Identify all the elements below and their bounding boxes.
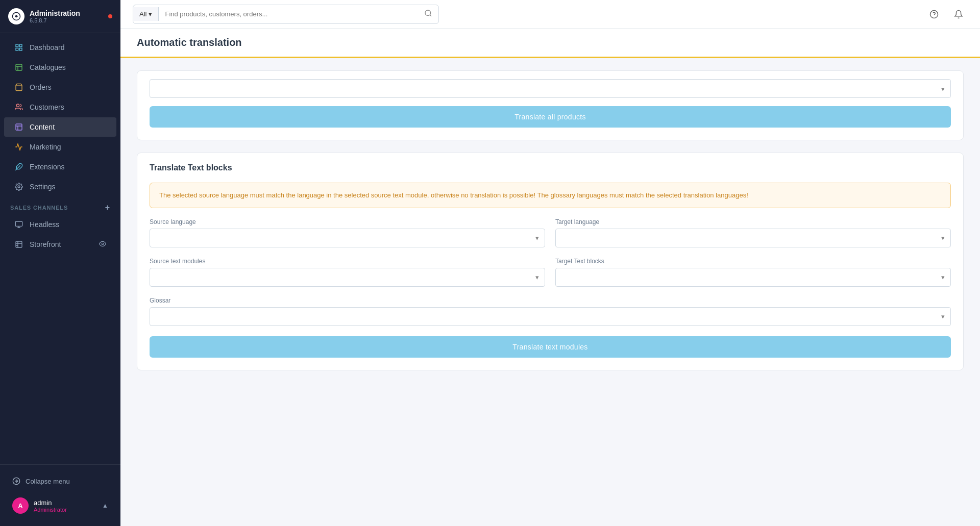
main-content: All ▾ Automatic translation <box>120 0 980 526</box>
translate-products-body: Translate all products <box>137 71 963 140</box>
glossar-row: Glossar <box>150 297 951 326</box>
user-info: admin Administrator <box>34 499 97 513</box>
target-text-blocks-group: Target Text blocks <box>555 258 951 287</box>
sidebar-item-catalogues[interactable]: Catalogues <box>4 58 116 77</box>
sales-channels-title: Sales Channels + <box>0 197 120 214</box>
search-container: All ▾ <box>133 5 439 24</box>
translate-products-card: Translate all products <box>137 70 964 140</box>
sidebar-item-headless[interactable]: Headless <box>4 215 116 234</box>
svg-point-13 <box>102 243 104 245</box>
svg-rect-1 <box>16 44 18 47</box>
warning-box: The selected source language must match … <box>150 183 951 208</box>
customers-icon <box>14 103 23 112</box>
sidebar-item-label: Storefront <box>30 240 61 248</box>
page-title: Automatic translation <box>137 37 964 48</box>
language-row: Source language Target language <box>150 218 951 247</box>
content-area: Automatic translation Translate all prod… <box>120 29 980 526</box>
sidebar-item-label: Headless <box>30 220 59 229</box>
source-text-modules-group: Source text modules <box>150 258 545 287</box>
target-language-select-wrapper <box>555 229 951 247</box>
catalogues-icon <box>14 63 23 72</box>
svg-rect-4 <box>19 48 22 51</box>
modules-row: Source text modules Target Text blocks <box>150 258 951 287</box>
glossar-group: Glossar <box>150 297 951 326</box>
sidebar-item-orders[interactable]: Orders <box>4 78 116 97</box>
glossar-select-wrapper <box>150 307 951 326</box>
sidebar-item-storefront[interactable]: Storefront <box>4 235 116 254</box>
target-text-blocks-label: Target Text blocks <box>555 258 951 265</box>
collapse-icon <box>12 477 20 485</box>
sidebar-item-label: Catalogues <box>30 63 66 71</box>
source-language-label: Source language <box>150 218 545 226</box>
user-role: Administrator <box>34 507 97 513</box>
sidebar-item-label: Orders <box>30 83 52 91</box>
sidebar-header: Administration 6.5.8.7 <box>0 0 120 33</box>
svg-point-7 <box>16 104 19 107</box>
sidebar-item-label: Dashboard <box>30 43 65 52</box>
translate-text-blocks-title: Translate Text blocks <box>150 163 951 172</box>
sidebar-item-label: Settings <box>30 183 56 191</box>
svg-rect-2 <box>19 44 22 47</box>
help-button[interactable] <box>925 5 943 23</box>
sidebar-footer: Collapse menu A admin Administrator ▲ <box>0 464 120 526</box>
sidebar-item-customers[interactable]: Customers <box>4 97 116 117</box>
notifications-button[interactable] <box>949 5 968 23</box>
glossar-select[interactable] <box>150 307 951 326</box>
target-text-blocks-select-wrapper <box>555 268 951 287</box>
svg-rect-3 <box>16 48 18 51</box>
sidebar-item-settings[interactable]: Settings <box>4 177 116 196</box>
brand-name: Administration <box>30 9 80 17</box>
svg-rect-5 <box>16 64 22 70</box>
source-text-modules-select-wrapper <box>150 268 545 287</box>
topbar: All ▾ <box>120 0 980 29</box>
sidebar-item-label: Content <box>30 123 55 131</box>
target-text-blocks-select[interactable] <box>555 268 951 287</box>
source-text-modules-select[interactable] <box>150 268 545 287</box>
translate-all-products-button[interactable]: Translate all products <box>150 106 951 128</box>
translate-text-blocks-header: Translate Text blocks <box>137 153 963 172</box>
brand-version: 6.5.8.7 <box>30 17 80 23</box>
search-all-chevron-icon: ▾ <box>149 10 152 18</box>
sidebar: Administration 6.5.8.7 Dashboard Catalog… <box>0 0 120 526</box>
svg-rect-8 <box>16 124 22 130</box>
user-name: admin <box>34 499 97 507</box>
svg-rect-12 <box>16 241 22 247</box>
brand-info: Administration 6.5.8.7 <box>30 9 80 23</box>
svg-point-15 <box>425 10 431 16</box>
sidebar-item-content[interactable]: Content <box>4 117 116 137</box>
sidebar-item-marketing[interactable]: Marketing <box>4 137 116 157</box>
translate-text-blocks-card: Translate Text blocks The selected sourc… <box>137 153 964 370</box>
sidebar-item-dashboard[interactable]: Dashboard <box>4 38 116 57</box>
sidebar-item-label: Extensions <box>30 163 64 171</box>
search-all-dropdown[interactable]: All ▾ <box>133 7 159 21</box>
settings-icon <box>14 182 23 191</box>
sidebar-item-label: Marketing <box>30 143 61 151</box>
marketing-icon <box>14 142 23 152</box>
headless-icon <box>14 220 23 229</box>
svg-point-10 <box>18 186 20 188</box>
add-sales-channel-button[interactable]: + <box>105 203 110 212</box>
orders-icon <box>14 83 23 92</box>
content-icon <box>14 122 23 132</box>
translate-text-blocks-body: The selected source language must match … <box>137 172 963 370</box>
page-title-bar: Automatic translation <box>120 29 980 58</box>
dashboard-icon <box>14 43 23 52</box>
user-avatar: A <box>12 497 29 514</box>
source-language-group: Source language <box>150 218 545 247</box>
translate-products-select-wrapper <box>150 79 951 98</box>
sidebar-item-extensions[interactable]: Extensions <box>4 157 116 177</box>
source-language-select-wrapper <box>150 229 545 247</box>
translate-products-select[interactable] <box>150 79 951 98</box>
target-language-group: Target language <box>555 218 951 247</box>
search-input[interactable] <box>159 6 418 22</box>
target-language-select[interactable] <box>555 229 951 247</box>
brand-logo <box>8 8 24 24</box>
translate-text-modules-button[interactable]: Translate text modules <box>150 336 951 358</box>
search-icon[interactable] <box>418 5 438 23</box>
target-language-label: Target language <box>555 218 951 226</box>
notification-dot <box>108 14 112 18</box>
source-language-select[interactable] <box>150 229 545 247</box>
extensions-icon <box>14 162 23 171</box>
user-section[interactable]: A admin Administrator ▲ <box>8 493 112 518</box>
collapse-menu-button[interactable]: Collapse menu <box>8 473 112 489</box>
